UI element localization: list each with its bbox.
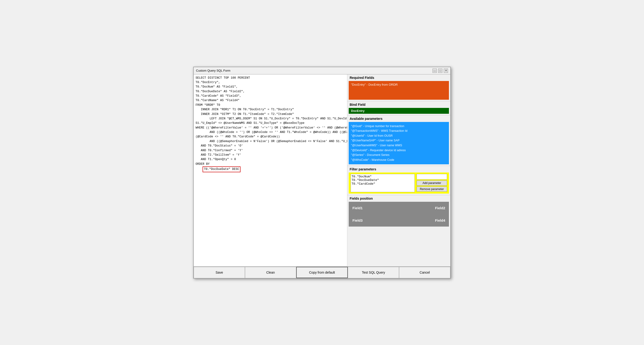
available-parameters-title: Available parameters (347, 115, 450, 121)
minimize-button[interactable]: — (432, 69, 437, 73)
sql-line-1: SELECT DISTINCT TOP 100 PERCENT (196, 76, 250, 80)
required-fields-section: Required Fields "DocEntry" - DocEntry fr… (347, 74, 450, 101)
sql-line-6: T0."CardName" AS "Field4" (196, 99, 240, 102)
fields-grid: Field1 Field2 Field3 Field4 (349, 202, 449, 227)
test-sql-button[interactable]: Test SQL Query (348, 267, 399, 278)
filter-right: Add parameter Remove parameter (416, 174, 447, 192)
sql-line-3: T0."DocNum" AS "Field1", (196, 85, 238, 88)
sql-line-4: T0."DocDueDate" AS "Field2", (196, 90, 245, 93)
field1-cell: Field1 (349, 202, 399, 214)
filter-list-select[interactable]: T0."DocNum" T0."DocDueDate" T0."CardCode… (352, 175, 414, 191)
sql-line-11: S1."U_EmpId" <> @UserNameWMS AND S1."U_D… (196, 121, 304, 125)
bind-field-title: Bind Field (347, 101, 450, 107)
sql-line-20: ORDER BY (196, 162, 210, 166)
title-bar: Custom Query SQL Form — □ ✕ (194, 67, 450, 74)
sql-editor[interactable]: SELECT DISTINCT TOP 100 PERCENT T0."DocE… (194, 74, 347, 266)
bind-field-section: Bind Field DocEntry (347, 101, 450, 115)
sql-line-14: (@CardCode <> '' AND T0."CardCode" = @Ca… (196, 135, 280, 138)
sql-highlighted-line: T0."DocDueDate" DESC (202, 166, 240, 172)
filter-value-input[interactable] (416, 174, 447, 180)
clean-button[interactable]: Clean (245, 267, 296, 278)
cancel-button[interactable]: Cancel (399, 267, 450, 278)
title-bar-controls: — □ ✕ (432, 69, 448, 73)
sql-line-8: INNER JOIN "RDR1" T1 ON T0."DocEntry" = … (196, 108, 294, 111)
available-parameters-content: "@Guid" - Unique number for transaction … (349, 122, 449, 164)
sql-line-2: T0."DocEntry", (196, 81, 220, 84)
param-2: "@TransactionWMS" - WMS Transaction Id (351, 128, 446, 133)
bottom-bar: Save Clean Copy from default Test SQL Qu… (194, 266, 450, 278)
content-area: SELECT DISTINCT TOP 100 PERCENT T0."DocE… (194, 74, 450, 266)
available-parameters-section: Available parameters "@Guid" - Unique nu… (347, 115, 450, 166)
filter-option-cardcode[interactable]: T0."CardCode" (352, 182, 414, 186)
sql-line-5: T0."CardCode" AS "Field3", (196, 94, 241, 98)
param-5: "@UserNameWMS" - User name WMS (351, 143, 446, 148)
save-button[interactable]: Save (194, 267, 245, 278)
fields-position-section: Fields position Field1 Field2 Field3 Fie… (347, 195, 450, 266)
remove-parameter-button[interactable]: Remove parameter (416, 187, 447, 192)
param-6: "@DeviceId" - Requester device Id adress (351, 148, 446, 153)
main-window: Custom Query SQL Form — □ ✕ SELECT DISTI… (193, 67, 451, 279)
sql-line-9: INNER JOIN "OITM" T2 ON T1."ItemCode" = … (196, 113, 294, 116)
field4-cell: Field4 (399, 214, 449, 227)
sql-line-19: AND T1."OpenQty" > 0 (196, 158, 236, 161)
sql-line-16: AND T0."DocStatus" = 'O' (196, 144, 243, 147)
field2-cell: Field2 (399, 202, 449, 214)
param-1: "@Guid" - Unique number for transaction (351, 124, 446, 129)
filter-parameters-section: Filter parameters T0."DocNum" T0."DocDue… (347, 166, 450, 195)
field3-cell: Field3 (349, 214, 399, 227)
required-fields-content: "DocEntry" - DocEntry from ORDR (349, 81, 449, 100)
filter-list[interactable]: T0."DocNum" T0."DocDueDate" T0."CardCode… (350, 174, 415, 192)
sql-line-18: AND T2."SellItem" = 'Y' (196, 153, 241, 157)
close-button[interactable]: ✕ (444, 69, 448, 73)
sql-line-7: FROM "ORDR" T0 (196, 103, 220, 107)
fields-position-title: Fields position (347, 195, 450, 201)
param-3: "@UserId" - User Id from OUSR (351, 133, 446, 138)
sql-line-15: AND ((@SemaphorEnabled = N'False') OR (@… (196, 140, 347, 143)
restore-button[interactable]: □ (438, 69, 442, 73)
right-panel: Required Fields "DocEntry" - DocEntry fr… (347, 74, 450, 266)
sql-line-10: LEFT JOIN "@CT_WMS_OSEM" S1 ON S1."U_Doc… (196, 117, 347, 120)
add-parameter-button[interactable]: Add parameter (416, 180, 447, 186)
filter-option-docduedate[interactable]: T0."DocDueDate" (352, 178, 414, 182)
bind-field-value: DocEntry (349, 108, 449, 114)
sql-line-12: WHERE (('@WhereFilterValue' = '' AND '='… (196, 126, 347, 129)
param-8: "@WhsCode" - Warehouse Code (351, 158, 446, 162)
sql-line-17: AND T0."Confirmed" = 'Y' (196, 149, 243, 152)
filter-option-docnum[interactable]: T0."DocNum" (352, 175, 414, 179)
required-fields-title: Required Fields (347, 74, 450, 80)
copy-from-default-button[interactable]: Copy from default (296, 267, 348, 278)
window-title: Custom Query SQL Form (196, 69, 230, 72)
param-7: "@Series" - Document Series (351, 153, 446, 158)
filter-parameters-title: Filter parameters (347, 166, 450, 172)
filter-params-inner: T0."DocNum" T0."DocDueDate" T0."CardCode… (349, 172, 449, 194)
sql-line-13: AND ((@WhsCode = '') OR (@WhsCode <> '' … (196, 131, 347, 134)
param-4: "@UserNameSAP" - User name SAP (351, 138, 446, 143)
